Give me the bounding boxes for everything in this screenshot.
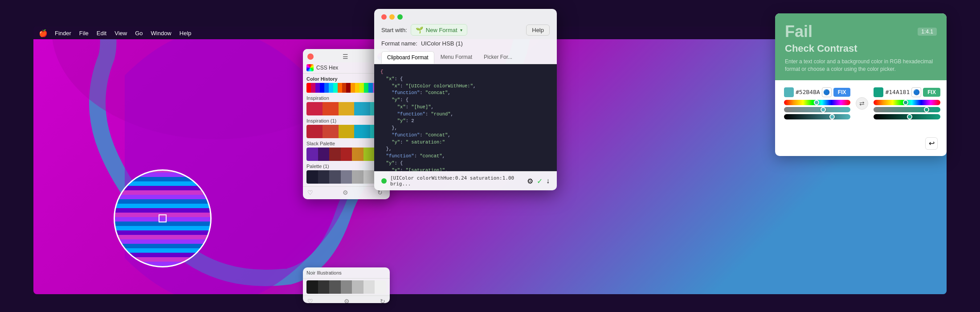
contrast-color-b-dark-slider[interactable]: [874, 114, 940, 119]
menu-edit[interactable]: Edit: [97, 30, 106, 37]
history-color-10[interactable]: [346, 83, 351, 93]
picker-heart-icon[interactable]: ♡: [307, 189, 315, 197]
noir-color[interactable]: [318, 280, 330, 294]
link-icon: ↩: [929, 139, 935, 148]
palette-color[interactable]: [318, 148, 330, 161]
history-color-9[interactable]: [342, 83, 347, 93]
menu-view[interactable]: View: [114, 30, 127, 37]
slider-thumb[interactable]: [903, 100, 908, 105]
dot-close[interactable]: [381, 14, 387, 20]
noir-heart-icon[interactable]: ♡: [307, 298, 313, 303]
slider-thumb[interactable]: [829, 114, 835, 119]
dot-minimize[interactable]: [389, 14, 395, 20]
noir-refresh-icon[interactable]: ↻: [380, 298, 385, 303]
tab-picker-format[interactable]: Picker For...: [478, 51, 518, 64]
history-color-13[interactable]: [359, 83, 364, 93]
picker-close-button[interactable]: [307, 53, 314, 60]
format-output-dot: [381, 178, 387, 184]
contrast-description: Enter a text color and a background colo…: [785, 58, 937, 73]
contrast-color-a-sat-slider[interactable]: [784, 107, 850, 112]
format-settings-button[interactable]: ⚙: [527, 177, 533, 185]
palette-color[interactable]: [306, 170, 318, 184]
format-help-button[interactable]: Help: [526, 25, 550, 36]
slider-thumb[interactable]: [814, 100, 819, 105]
palette-color[interactable]: [323, 102, 339, 115]
slider-thumb[interactable]: [821, 107, 826, 112]
contrast-link-icon[interactable]: ↩: [925, 137, 938, 150]
contrast-color-b-eyedropper[interactable]: 🔵: [911, 87, 921, 97]
history-color-14[interactable]: [364, 83, 368, 93]
palette-color[interactable]: [341, 170, 352, 184]
noir-color[interactable]: [375, 280, 386, 294]
palette-color[interactable]: [352, 148, 363, 161]
format-check-button[interactable]: ✓: [537, 177, 543, 185]
history-color-2[interactable]: [311, 83, 315, 93]
format-dropdown[interactable]: 🌱 New Format ▾: [411, 24, 467, 36]
apple-menu[interactable]: 🍎: [39, 29, 48, 37]
history-color-8[interactable]: [338, 83, 342, 93]
history-color-11[interactable]: [351, 83, 355, 93]
menu-go[interactable]: Go: [135, 30, 143, 37]
palette-color[interactable]: [354, 102, 370, 115]
noir-color[interactable]: [329, 280, 341, 294]
palette-color[interactable]: [318, 170, 330, 184]
picker-settings-icon[interactable]: ⚙: [343, 189, 351, 197]
menu-finder[interactable]: Finder: [55, 30, 71, 37]
contrast-color-b-hex: #14A181: [885, 89, 910, 95]
palette-color[interactable]: [363, 170, 375, 184]
format-name-value: UIColor HSB (1): [421, 40, 463, 47]
contrast-color-a: #52B4BA 🔵 FIX: [784, 87, 850, 119]
format-bottom-bar: [UIColor colorWithHue:0.24 saturation:1.…: [374, 171, 557, 190]
history-color-7[interactable]: [333, 83, 338, 93]
noir-picker-footer: ♡ ⚙ ↻: [303, 296, 390, 303]
format-download-button[interactable]: ↓: [546, 177, 550, 185]
contrast-swap-button[interactable]: ⇄: [856, 97, 868, 110]
contrast-color-b-fix-button[interactable]: FIX: [923, 88, 940, 97]
picker-menu-button[interactable]: ☰: [343, 53, 348, 60]
format-code-area[interactable]: { "x": { "x": "[UIColor colorWithHue:", …: [374, 64, 557, 171]
palette-color[interactable]: [306, 148, 318, 161]
history-color-12[interactable]: [355, 83, 359, 93]
palette-color[interactable]: [306, 125, 323, 138]
menu-file[interactable]: File: [79, 30, 89, 37]
palette-color[interactable]: [339, 125, 355, 138]
tab-clipboard-format[interactable]: Clipboard Format: [381, 51, 434, 64]
menu-window[interactable]: Window: [151, 30, 172, 37]
history-color-3[interactable]: [315, 83, 320, 93]
palette-color[interactable]: [306, 102, 323, 115]
contrast-footer: ↩: [775, 133, 947, 156]
noir-color[interactable]: [306, 280, 318, 294]
contrast-color-b-swatch[interactable]: [874, 87, 883, 97]
history-color-1[interactable]: [306, 83, 311, 93]
history-color-5[interactable]: [324, 83, 329, 93]
slider-thumb[interactable]: [907, 114, 912, 119]
noir-color[interactable]: [352, 280, 363, 294]
tab-menu-format[interactable]: Menu Format: [435, 51, 478, 64]
slider-thumb[interactable]: [924, 107, 929, 112]
format-dialog-dots: [381, 14, 403, 20]
noir-color[interactable]: [363, 280, 375, 294]
noir-gear-icon[interactable]: ⚙: [344, 298, 350, 303]
palette-color[interactable]: [363, 148, 375, 161]
palette-color[interactable]: [329, 170, 341, 184]
palette-color[interactable]: [329, 148, 341, 161]
palette-color[interactable]: [354, 125, 370, 138]
palette-color[interactable]: [341, 148, 352, 161]
contrast-color-a-eyedropper[interactable]: 🔵: [822, 87, 832, 97]
noir-color[interactable]: [341, 280, 352, 294]
history-color-15[interactable]: [368, 83, 373, 93]
contrast-header: Fail 1:4.1 Check Contrast Enter a text c…: [775, 13, 947, 80]
history-color-6[interactable]: [329, 83, 333, 93]
palette-color[interactable]: [352, 170, 363, 184]
contrast-color-a-swatch[interactable]: [784, 87, 794, 97]
history-color-4[interactable]: [320, 83, 324, 93]
contrast-color-b-hue-slider[interactable]: [874, 100, 940, 105]
palette-color[interactable]: [323, 125, 339, 138]
contrast-color-a-dark-slider[interactable]: [784, 114, 850, 119]
palette-color[interactable]: [339, 102, 355, 115]
menu-help[interactable]: Help: [180, 30, 192, 37]
contrast-color-a-hue-slider[interactable]: [784, 100, 850, 105]
contrast-color-b-sat-slider[interactable]: [874, 107, 940, 112]
dot-maximize[interactable]: [397, 14, 403, 20]
contrast-color-a-fix-button[interactable]: FIX: [833, 88, 851, 97]
